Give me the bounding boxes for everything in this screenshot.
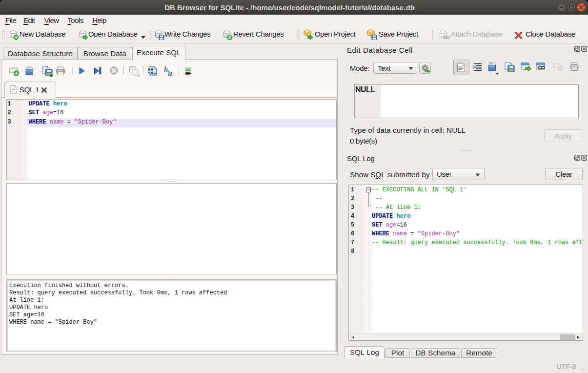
svg-text:b: b [164,65,168,74]
